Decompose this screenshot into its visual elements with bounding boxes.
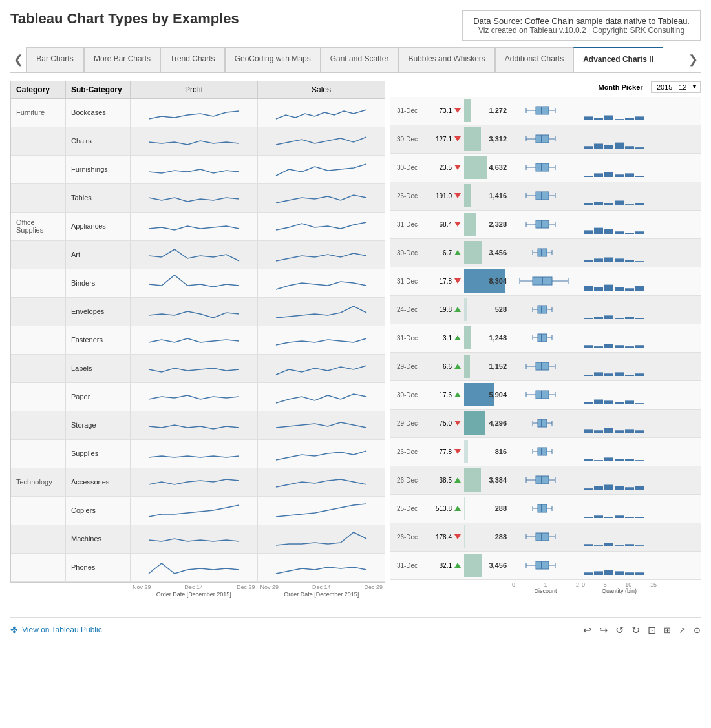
svg-rect-202 <box>625 572 634 575</box>
page-title: Tableau Chart Types by Examples <box>10 10 239 27</box>
svg-rect-46 <box>625 204 634 205</box>
right-table-row: 31-Dec 17.8 8,304 <box>390 267 701 296</box>
tab-gant-scatter[interactable]: Gant and Scatter <box>321 47 399 72</box>
rc-delta: 75.0 <box>424 419 464 427</box>
page-container: Tableau Chart Types by Examples Data Sou… <box>0 0 711 728</box>
month-picker-select[interactable]: 2015 - 12 <box>651 81 701 93</box>
th-subcategory: Sub-Category <box>66 81 131 98</box>
trend-value: 513.8 <box>436 505 452 512</box>
svg-rect-30 <box>584 176 593 177</box>
tableau-icon: ✤ <box>10 625 18 635</box>
table-row: Fasteners <box>11 326 385 355</box>
rc-quantity <box>580 127 658 151</box>
svg-rect-43 <box>594 202 603 205</box>
revert-icon[interactable]: ↺ <box>615 624 624 636</box>
table-body: Furniture Bookcases Chairs <box>10 98 385 583</box>
svg-rect-32 <box>604 172 613 178</box>
rc-sales: 3,384 <box>464 467 511 493</box>
svg-rect-103 <box>594 346 603 348</box>
trend-value: 68.4 <box>440 221 452 228</box>
cell-sales-chart <box>258 411 385 439</box>
cell-category <box>11 127 66 155</box>
svg-rect-8 <box>604 116 613 121</box>
rc-date: 30-Dec <box>390 136 424 143</box>
svg-rect-80 <box>604 285 613 291</box>
cell-profit-chart <box>131 383 258 411</box>
axis-title-row: Order Date [December 2015] Order Date [D… <box>10 591 385 598</box>
tab-bubbles[interactable]: Bubbles and Whiskers <box>398 47 494 72</box>
svg-rect-154 <box>625 459 634 461</box>
redo-icon[interactable]: ↪ <box>599 624 608 636</box>
cell-category <box>11 525 66 553</box>
svg-rect-21 <box>615 143 624 149</box>
tab-additional-charts[interactable]: Additional Charts <box>495 47 573 72</box>
tab-advanced-charts[interactable]: Advanced Charts II <box>573 47 663 72</box>
svg-rect-81 <box>615 287 624 291</box>
axis-label: Nov 29 <box>260 584 279 590</box>
right-table-row: 24-Dec 19.8 528 <box>390 296 701 324</box>
discount-axis-label: 0 <box>512 581 515 588</box>
svg-rect-201 <box>615 571 624 575</box>
sales-value: 1,248 <box>489 334 507 342</box>
svg-rect-34 <box>625 173 634 177</box>
rc-quantity <box>580 554 658 577</box>
rc-quantity <box>580 298 658 321</box>
cell-subcategory: Fasteners <box>66 326 131 354</box>
nav-prev-arrow[interactable]: ❮ <box>10 50 26 69</box>
datasource-box: Data Source: Coffee Chain sample data na… <box>462 10 701 41</box>
right-table-row: 26-Dec 77.8 816 <box>390 438 701 466</box>
cell-sales-chart <box>258 525 385 553</box>
svg-marker-48 <box>454 222 461 227</box>
svg-rect-107 <box>635 345 644 348</box>
svg-rect-199 <box>594 571 603 575</box>
info-icon[interactable]: ⊙ <box>694 625 701 635</box>
share-icon[interactable]: ↗ <box>679 625 686 635</box>
svg-rect-142 <box>625 429 634 433</box>
cell-sales-chart <box>258 298 385 326</box>
svg-marker-132 <box>454 421 461 426</box>
svg-rect-18 <box>584 146 593 149</box>
rc-delta: 38.5 <box>424 476 464 484</box>
rc-sales: 288 <box>464 495 511 521</box>
nav-next-arrow[interactable]: ❯ <box>685 50 701 69</box>
tab-more-bar-charts[interactable]: More Bar Charts <box>84 47 160 72</box>
svg-rect-155 <box>635 460 644 461</box>
cell-category <box>11 355 66 382</box>
svg-rect-35 <box>635 176 644 177</box>
tab-trend-charts[interactable]: Trend Charts <box>160 47 225 72</box>
svg-marker-0 <box>454 108 461 113</box>
cell-category <box>11 383 66 411</box>
rc-date: 31-Dec <box>390 562 424 569</box>
rc-delta: 127.1 <box>424 135 464 143</box>
svg-rect-163 <box>594 486 603 490</box>
table-row: Art <box>11 241 385 269</box>
rc-quantity <box>580 156 658 179</box>
trend-value: 19.8 <box>440 306 452 313</box>
trend-value: 3.1 <box>443 335 452 342</box>
trend-value: 17.6 <box>440 391 452 399</box>
undo-icon[interactable]: ↩ <box>583 624 591 636</box>
rc-discount <box>511 298 580 321</box>
rc-quantity <box>580 213 658 236</box>
svg-rect-129 <box>615 402 624 404</box>
svg-rect-54 <box>584 230 593 234</box>
right-table-row: 26-Dec 191.0 1,416 <box>390 182 701 211</box>
view-public-link[interactable]: ✤ View on Tableau Public <box>10 625 102 635</box>
rc-delta: 23.5 <box>424 163 464 171</box>
svg-rect-200 <box>604 570 613 576</box>
tab-geocoding[interactable]: GeoCoding with Maps <box>225 47 321 72</box>
tab-bar-charts[interactable]: Bar Charts <box>26 47 84 72</box>
quantity-axis-title: Quantity (bin) <box>580 588 658 594</box>
svg-marker-108 <box>454 364 461 369</box>
pause-icon[interactable]: ⊡ <box>648 624 656 636</box>
svg-rect-11 <box>635 116 644 120</box>
svg-rect-141 <box>615 430 624 433</box>
cell-category <box>11 156 66 183</box>
svg-rect-174 <box>584 517 593 518</box>
cell-profit-chart <box>131 440 258 468</box>
svg-rect-176 <box>604 517 613 518</box>
svg-rect-67 <box>594 258 603 262</box>
refresh-icon[interactable]: ↻ <box>631 624 640 636</box>
svg-rect-94 <box>625 317 634 319</box>
grid-icon[interactable]: ⊞ <box>664 625 671 635</box>
